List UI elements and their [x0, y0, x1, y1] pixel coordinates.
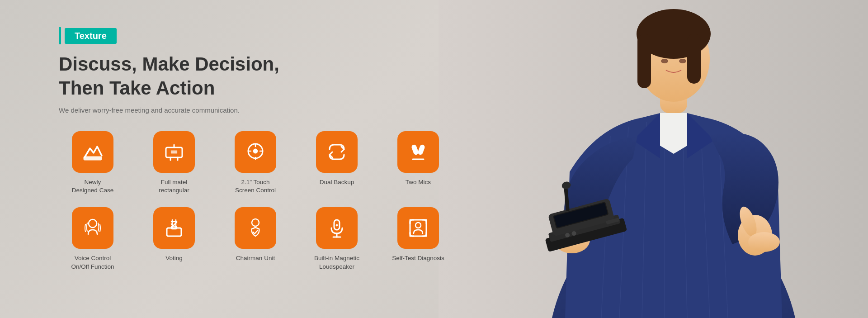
mics-icon [406, 140, 430, 164]
touch-screen-label: 2.1" TouchScreen Control [235, 178, 276, 195]
voting-icon-box [153, 207, 195, 249]
svg-point-7 [661, 59, 668, 63]
headline-line1: Discuss, Make Decision, [59, 52, 457, 76]
content-area: Texture Discuss, Make Decision, Then Tak… [59, 27, 457, 271]
two-mics-label: Two Mics [406, 178, 431, 186]
voting-icon [162, 216, 186, 240]
touch-icon [244, 140, 267, 164]
newly-designed-case-icon-box [72, 131, 113, 173]
texture-label: Texture [65, 28, 117, 44]
chairman-icon [244, 216, 267, 240]
feature-two-mics: Two Mics [384, 131, 452, 195]
selftest-icon [406, 216, 430, 240]
features-grid: NewlyDesigned Case Full matelrectangular [59, 131, 457, 271]
feature-touch-screen: 2.1" TouchScreen Control [222, 131, 289, 195]
svg-rect-38 [418, 144, 425, 155]
builtin-speaker-label: Built-in MagneticLoudspeaker [314, 254, 359, 271]
feature-voice-control: Voice ControlOn/Off Function [59, 207, 127, 271]
svg-point-47 [336, 224, 338, 226]
texture-badge: Texture [59, 27, 457, 44]
self-test-label: Self-Test Diagnosis [392, 254, 444, 262]
voice-icon [81, 216, 104, 240]
subtext: We deliver worry-free meeting and accura… [59, 106, 457, 114]
feature-full-matel: Full matelrectangular [140, 131, 208, 195]
page-container: Texture Discuss, Make Decision, Then Tak… [0, 0, 868, 318]
chairman-unit-icon-box [235, 207, 276, 249]
svg-point-18 [748, 232, 780, 252]
dual-backup-label: Dual Backup [320, 178, 354, 186]
case-icon [81, 140, 104, 164]
person-image-area [439, 0, 868, 318]
touch-screen-icon-box [235, 131, 276, 173]
texture-bar [59, 27, 61, 44]
svg-point-40 [89, 219, 97, 228]
person-illustration [439, 0, 868, 318]
full-matel-label: Full matelrectangular [159, 178, 189, 195]
voice-control-icon-box [72, 207, 113, 249]
voice-control-label: Voice ControlOn/Off Function [71, 254, 114, 271]
svg-point-43 [252, 219, 259, 226]
two-mics-icon-box [397, 131, 439, 173]
feature-voting: Voting [140, 207, 208, 271]
voting-label: Voting [165, 254, 183, 262]
svg-rect-37 [411, 144, 419, 155]
dual-backup-icon-box [316, 131, 358, 173]
dual-icon [325, 140, 349, 164]
headline: Discuss, Make Decision, Then Take Action [59, 52, 457, 100]
builtin-speaker-icon-box [316, 207, 358, 249]
svg-rect-5 [637, 34, 651, 88]
svg-rect-30 [84, 157, 102, 160]
svg-point-49 [415, 223, 421, 228]
rectangle-icon [162, 140, 186, 164]
chairman-unit-label: Chairman Unit [236, 254, 275, 262]
speaker-icon [325, 216, 349, 240]
feature-self-test: Self-Test Diagnosis [384, 207, 452, 271]
self-test-icon-box [397, 207, 439, 249]
svg-rect-6 [687, 34, 701, 84]
feature-chairman-unit: Chairman Unit [222, 207, 289, 271]
feature-newly-designed-case: NewlyDesigned Case [59, 131, 127, 195]
svg-point-8 [679, 59, 686, 63]
newly-designed-case-label: NewlyDesigned Case [72, 178, 113, 195]
full-matel-icon-box [153, 131, 195, 173]
feature-dual-backup: Dual Backup [303, 131, 371, 195]
svg-point-36 [253, 149, 258, 153]
headline-line2: Then Take Action [59, 76, 457, 100]
feature-builtin-speaker: Built-in MagneticLoudspeaker [303, 207, 371, 271]
